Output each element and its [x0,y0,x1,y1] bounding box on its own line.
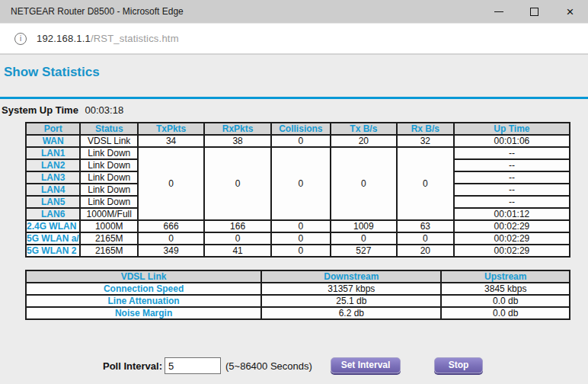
stats-row-wlan5g: 5G WLAN a/n/ac 2165M 0 0 0 0 0 00:02:29 [26,232,570,245]
stop-button[interactable]: Stop [434,357,483,373]
url-host: 192.168.1.1 [37,33,91,44]
cell-upstream: 3845 kbps [441,283,570,295]
cell-status: Link Down [80,184,138,196]
cell-downstream: 25.1 db [261,295,441,307]
cell-port: LAN6 [26,208,80,220]
cell-txpkts: 0 [138,232,204,245]
stats-row-wlan24g: 2.4G WLAN b/g/n 1000M 666 166 0 1009 63 … [26,220,570,232]
system-uptime-value: 00:03:18 [85,104,124,116]
cell-status: 1000M [80,220,138,232]
cell-uptime: 00:01:06 [454,135,570,147]
page-title: Show Statistics [4,65,100,80]
cell-status: 2165M [80,232,138,245]
set-interval-button[interactable]: Set Interval [331,357,401,373]
vdsl-col-header-downstream: Downstream [261,270,441,283]
cell-uptime: -- [454,184,570,196]
cell-txbs: 1009 [331,220,397,232]
poll-interval-input[interactable] [165,357,221,374]
cell-rxpkts: 41 [204,245,271,257]
cell-status: VDSL Link [80,135,138,147]
cell-lan-merged-collisions: 0 [271,147,331,220]
cell-port: LAN1 [26,147,80,159]
site-info-icon[interactable]: i [14,33,27,45]
cell-status: Link Down [80,171,138,184]
close-icon: × [567,5,574,18]
title-divider [0,97,588,99]
cell-rxpkts: 166 [204,220,271,232]
cell-txpkts: 349 [138,245,204,257]
cell-port: LAN5 [26,196,80,208]
vdsl-row-line-attenuation: Line Attenuation 25.1 db 0.0 db [26,295,570,307]
url-path: /RST_statistics.htm [91,33,179,44]
close-button[interactable]: × [552,0,588,23]
cell-port: WAN [26,135,80,147]
minimize-button[interactable] [481,0,516,23]
cell-rxbs: 20 [397,245,454,257]
vdsl-col-header-upstream: Upstream [441,270,570,283]
vdsl-row-connection-speed: Connection Speed 31357 kbps 3845 kbps [26,283,570,295]
system-uptime-label: System Up Time [2,104,78,116]
col-header-rxpkts: RxPkts [204,123,271,135]
cell-label: Connection Speed [26,283,261,295]
poll-interval-range-hint: (5~86400 Seconds) [225,360,312,372]
poll-interval-label: Poll Interval: [103,360,162,372]
col-header-port: Port [26,123,80,135]
stats-row-wan: WAN VDSL Link 34 38 0 20 32 00:01:06 [26,135,570,147]
cell-txbs: 20 [331,135,397,147]
cell-rxbs: 63 [397,220,454,232]
cell-collisions: 0 [271,220,331,232]
vdsl-link-table: VDSL Link Downstream Upstream Connection… [25,270,570,320]
cell-txpkts: 34 [138,135,204,147]
minimize-icon [494,11,503,12]
cell-uptime: 00:02:29 [454,245,570,257]
cell-port: LAN3 [26,171,80,184]
cell-label: Noise Margin [26,307,261,319]
cell-uptime: 00:02:29 [454,220,570,232]
cell-collisions: 0 [271,135,331,147]
url-text[interactable]: 192.168.1.1/RST_statistics.htm [37,33,179,44]
cell-lan-merged-txpkts: 0 [138,147,204,220]
cell-collisions: 0 [271,232,331,245]
cell-uptime: -- [454,196,570,208]
cell-lan-merged-txbs: 0 [331,147,397,220]
cell-uptime: 00:02:29 [454,232,570,245]
cell-downstream: 6.2 db [261,307,441,319]
cell-collisions: 0 [271,245,331,257]
cell-lan-merged-rxbs: 0 [397,147,454,220]
cell-txbs: 0 [331,232,397,245]
cell-downstream: 31357 kbps [261,283,441,295]
cell-upstream: 0.0 db [441,295,570,307]
window-title: NETGEAR Router D8500 - Microsoft Edge [11,6,184,17]
window-controls: × [481,0,588,23]
stats-header-row: Port Status TxPkts RxPkts Collisions Tx … [26,123,570,135]
address-bar[interactable]: i 192.168.1.1/RST_statistics.htm [0,23,588,53]
cell-status: Link Down [80,196,138,208]
cell-status: Link Down [80,159,138,171]
col-header-txbs: Tx B/s [331,123,397,135]
maximize-button[interactable] [516,0,552,23]
cell-uptime: -- [454,147,570,159]
cell-upstream: 0.0 db [441,307,570,319]
cell-label: Line Attenuation [26,295,261,307]
cell-port: LAN4 [26,184,80,196]
col-header-txpkts: TxPkts [138,123,204,135]
cell-lan-merged-rxpkts: 0 [204,147,271,220]
cell-port: 5G WLAN a/n/ac [26,232,80,245]
cell-uptime: -- [454,159,570,171]
stats-row-lan1: LAN1 Link Down 0 0 0 0 0 -- [26,147,570,159]
cell-port: 5G WLAN 2 a/n/ac [26,245,80,257]
cell-uptime: 00:01:12 [454,208,570,220]
cell-txpkts: 666 [138,220,204,232]
cell-txbs: 527 [331,245,397,257]
col-header-uptime: Up Time [454,123,570,135]
col-header-status: Status [80,123,138,135]
page-content: Show Statistics System Up Time 00:03:18 … [0,53,588,382]
window-titlebar: NETGEAR Router D8500 - Microsoft Edge × [0,0,588,23]
cell-status: 2165M [80,245,138,257]
cell-port: 2.4G WLAN b/g/n [26,220,80,232]
cell-port: LAN2 [26,159,80,171]
system-uptime: System Up Time 00:03:18 [2,104,123,116]
vdsl-col-header-link: VDSL Link [26,270,261,283]
cell-rxbs: 32 [397,135,454,147]
vdsl-row-noise-margin: Noise Margin 6.2 db 0.0 db [26,307,570,319]
